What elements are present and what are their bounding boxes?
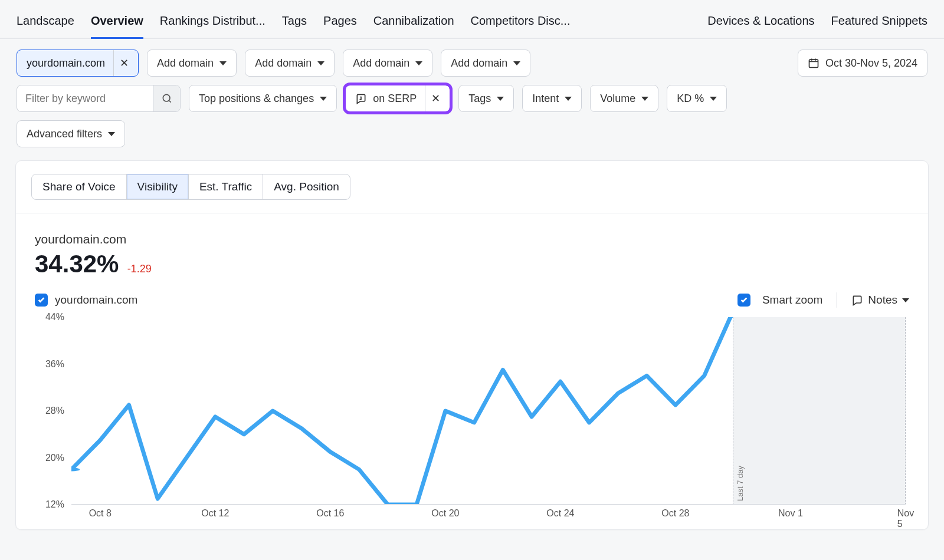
notes-label: Notes: [868, 294, 897, 307]
on-serp-filter[interactable]: on SERP ✕: [345, 85, 450, 112]
keyword-search-input[interactable]: [17, 85, 153, 111]
metric-segment-row: Share of VoiceVisibilityEst. TrafficAvg.…: [16, 161, 928, 200]
highlight-band: Last 7 day: [733, 317, 906, 505]
plot-area: Last 7 day: [71, 317, 906, 505]
y-tick: 36%: [45, 359, 64, 370]
metric-share-of-voice[interactable]: Share of Voice: [32, 174, 127, 199]
on-serp-label: on SERP: [373, 93, 417, 105]
tabbar: LandscapeOverviewRankings Distribut...Ta…: [0, 0, 944, 39]
intent-label: Intent: [532, 93, 559, 105]
kd-filter[interactable]: KD %: [667, 85, 727, 112]
filters-row-1: yourdomain.com ✕ Add domain Add domain A…: [17, 50, 927, 77]
keyword-search[interactable]: [17, 85, 181, 112]
series-point: [71, 467, 80, 471]
chevron-down-icon: [497, 97, 504, 101]
intent-filter[interactable]: Intent: [522, 85, 582, 112]
chevron-down-icon: [641, 97, 648, 101]
volume-filter[interactable]: Volume: [590, 85, 658, 112]
y-tick: 12%: [45, 499, 64, 510]
x-tick: Oct 28: [661, 508, 689, 519]
legend-checkbox[interactable]: [35, 294, 48, 307]
search-button[interactable]: [153, 85, 180, 112]
kpi-delta: -1.29: [127, 263, 152, 275]
tab-competitors-disc[interactable]: Competitors Disc...: [471, 8, 571, 39]
calendar-icon: [808, 57, 820, 69]
tab-featured-snippets[interactable]: Featured Snippets: [831, 8, 927, 39]
metric-visibility[interactable]: Visibility: [127, 174, 189, 199]
chevron-down-icon: [415, 61, 422, 65]
chevron-down-icon: [710, 97, 717, 101]
top-positions-label: Top positions & changes: [199, 93, 314, 105]
visibility-card: Share of VoiceVisibilityEst. TrafficAvg.…: [15, 160, 929, 530]
highlight-band-label: Last 7 day: [736, 466, 745, 501]
x-tick: Oct 12: [201, 508, 229, 519]
x-tick: Oct 16: [316, 508, 344, 519]
tags-filter[interactable]: Tags: [458, 85, 514, 112]
divider: [837, 292, 837, 308]
svg-rect-0: [809, 60, 818, 67]
metric-est-traffic[interactable]: Est. Traffic: [189, 174, 263, 199]
tags-label: Tags: [468, 93, 491, 105]
date-range-picker[interactable]: Oct 30-Nov 5, 2024: [798, 50, 927, 77]
filters-row-2: Top positions & changes on SERP ✕ Tags I…: [17, 85, 927, 112]
chevron-down-icon: [513, 61, 520, 65]
date-range-label: Oct 30-Nov 5, 2024: [825, 57, 917, 70]
add-domain-label: Add domain: [255, 57, 312, 70]
tab-cannibalization[interactable]: Cannibalization: [373, 8, 454, 39]
note-icon: [851, 294, 863, 306]
add-domain-1[interactable]: Add domain: [147, 50, 237, 77]
metric-avg-position[interactable]: Avg. Position: [263, 174, 350, 199]
x-tick: Oct 8: [89, 508, 112, 519]
filters-row-3: Advanced filters: [17, 120, 927, 147]
top-positions-filter[interactable]: Top positions & changes: [189, 85, 337, 112]
search-icon: [161, 93, 173, 104]
y-tick: 28%: [45, 406, 64, 416]
tab-rankings-distribut[interactable]: Rankings Distribut...: [160, 8, 266, 39]
legend-row: yourdomain.com Smart zoom Notes: [16, 285, 928, 312]
check-icon: [740, 296, 748, 304]
add-domain-2[interactable]: Add domain: [245, 50, 335, 77]
y-tick: 44%: [45, 312, 64, 322]
x-tick: Oct 20: [431, 508, 459, 519]
kpi-value: 34.32%: [35, 250, 119, 278]
y-axis: 44%36%28%20%12%: [29, 317, 68, 505]
x-tick: Oct 24: [546, 508, 574, 519]
advanced-filters-label: Advanced filters: [27, 128, 102, 140]
y-tick: 20%: [45, 453, 64, 463]
chevron-down-icon: [902, 298, 909, 302]
notes-button[interactable]: Notes: [851, 294, 909, 307]
tab-landscape[interactable]: Landscape: [17, 8, 74, 39]
svg-point-1: [163, 94, 170, 101]
chevron-down-icon: [108, 132, 115, 136]
advanced-filters[interactable]: Advanced filters: [17, 120, 125, 147]
legend-label: yourdomain.com: [55, 294, 137, 307]
check-icon: [37, 296, 45, 304]
add-domain-3[interactable]: Add domain: [343, 50, 432, 77]
add-domain-label: Add domain: [451, 57, 507, 70]
tab-tags[interactable]: Tags: [282, 8, 307, 39]
smart-zoom-label: Smart zoom: [762, 294, 822, 307]
x-tick: Nov 1: [778, 508, 803, 519]
add-domain-label: Add domain: [157, 57, 214, 70]
domain-chip[interactable]: yourdomain.com ✕: [17, 50, 139, 77]
add-domain-4[interactable]: Add domain: [441, 50, 530, 77]
chevron-down-icon: [317, 61, 324, 65]
close-icon[interactable]: ✕: [113, 50, 129, 76]
kd-label: KD %: [677, 93, 704, 105]
chevron-down-icon: [565, 97, 572, 101]
close-icon[interactable]: ✕: [425, 85, 440, 111]
x-tick: Nov 5: [897, 508, 914, 529]
x-axis: Oct 8Oct 12Oct 16Oct 20Oct 24Oct 28Nov 1…: [71, 505, 906, 529]
add-domain-label: Add domain: [353, 57, 409, 70]
metric-segment: Share of VoiceVisibilityEst. TrafficAvg.…: [31, 174, 350, 200]
kpi-block: yourdomain.com 34.32% -1.29: [16, 213, 928, 285]
chevron-down-icon: [219, 61, 227, 65]
smart-zoom-checkbox[interactable]: [738, 294, 750, 307]
tab-overview[interactable]: Overview: [91, 8, 143, 39]
domain-chip-label: yourdomain.com: [27, 57, 105, 70]
tab-devices-locations[interactable]: Devices & Locations: [707, 8, 814, 39]
visibility-chart: 44%36%28%20%12% Last 7 day Oct 8Oct 12Oc…: [29, 317, 910, 529]
kpi-domain: yourdomain.com: [35, 232, 909, 246]
tab-pages[interactable]: Pages: [323, 8, 357, 39]
filters: yourdomain.com ✕ Add domain Add domain A…: [0, 39, 944, 147]
